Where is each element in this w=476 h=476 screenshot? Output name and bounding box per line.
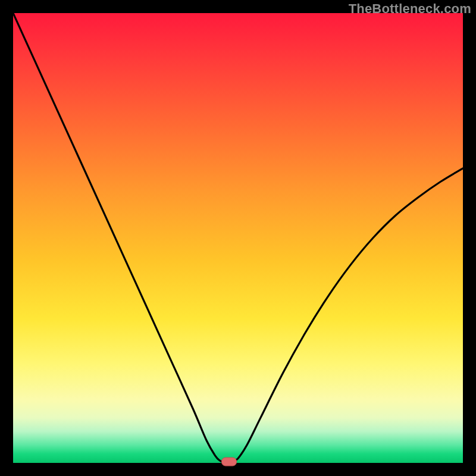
bottleneck-curve	[13, 13, 463, 463]
chart-frame: TheBottleneck.com	[0, 0, 476, 476]
optimal-point-marker	[221, 458, 237, 466]
